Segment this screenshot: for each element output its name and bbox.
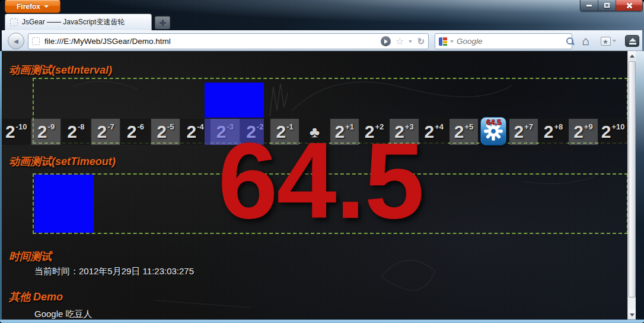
section-title-settimeout: 动画测试(setTimeout) — [9, 154, 116, 169]
animated-blue-box-settimeout — [34, 175, 94, 233]
minimize-button[interactable] — [581, 0, 598, 11]
speed-cell-2^+10[interactable]: 2+10 — [599, 119, 627, 145]
eject-icon — [625, 35, 639, 47]
google-logo-icon — [439, 37, 447, 46]
speed-display: 64.5 — [218, 139, 423, 223]
tab-title: JsGear —— JavaScript变速齿轮 — [22, 17, 125, 27]
back-arrow-icon — [12, 37, 20, 46]
speed-cell-2^-10[interactable]: 2-10 — [2, 119, 30, 145]
browser-window: Firefox JsGear —— JavaScript变速齿轮 — [0, 0, 644, 323]
scrollbar-thumb[interactable] — [629, 61, 636, 297]
active-tab[interactable]: JsGear —— JavaScript变速齿轮 — [5, 14, 152, 30]
scroll-down-button[interactable] — [628, 310, 636, 319]
section-title-setinterval: 动画测试(setInterval) — [9, 63, 112, 77]
home-button[interactable] — [576, 32, 595, 50]
speed-cell-2^-5[interactable]: 2-5 — [151, 119, 180, 145]
chevron-down-icon — [44, 5, 49, 8]
reload-icon[interactable] — [417, 36, 425, 47]
bookmarks-menu-button[interactable] — [598, 32, 618, 50]
url-bar[interactable] — [28, 33, 429, 49]
speed-cell-2^+5[interactable]: 2+5 — [449, 119, 478, 145]
close-button[interactable] — [616, 0, 642, 11]
search-input[interactable] — [457, 37, 563, 46]
home-icon — [582, 34, 589, 48]
speed-cell-2^-6[interactable]: 2-6 — [121, 119, 149, 145]
speed-cell-2^-4[interactable]: 2-4 — [181, 119, 209, 145]
bookmarks-icon — [601, 37, 611, 46]
go-button[interactable] — [381, 36, 391, 46]
vertical-scrollbar[interactable] — [627, 51, 636, 319]
bookmark-star-icon[interactable] — [396, 36, 404, 47]
search-icon[interactable] — [566, 37, 575, 46]
url-dropdown-icon[interactable] — [409, 40, 412, 43]
speed-cell-2^+8[interactable]: 2+8 — [539, 119, 568, 145]
panel-toggle-button[interactable] — [622, 32, 642, 50]
go-arrow-icon — [384, 39, 388, 44]
google-pacman-link[interactable]: Google 吃豆人 — [34, 309, 93, 319]
speed-cell-2^-8[interactable]: 2-8 — [62, 119, 90, 145]
current-time-text: 当前时间：2012年5月29日 11:23:03:275 — [34, 266, 194, 277]
close-icon — [626, 2, 633, 9]
speed-cell-2^-7[interactable]: 2-7 — [91, 119, 120, 145]
arrow-up-icon — [630, 55, 635, 58]
plus-icon — [160, 20, 166, 26]
back-button[interactable] — [8, 33, 24, 49]
page-content: 动画测试(setInterval) 2-102-92-82-72-62-52-4… — [2, 51, 627, 319]
window-border-left — [0, 51, 2, 319]
minimize-icon — [586, 5, 592, 7]
restore-icon — [604, 3, 610, 8]
animated-blue-box-setinterval — [205, 83, 264, 118]
scroll-up-button[interactable] — [628, 51, 636, 61]
firefox-menu-label: Firefox — [17, 2, 40, 11]
speed-cell-2^+7[interactable]: 2+7 — [509, 119, 538, 145]
search-bar[interactable] — [435, 33, 572, 49]
search-engine-dropdown-icon[interactable] — [450, 40, 454, 43]
section-title-other-demo: 其他 Demo — [9, 290, 63, 304]
speed-cell-2^+4[interactable]: 2+4 — [420, 119, 448, 145]
window-border-bottom — [0, 319, 644, 323]
firefox-menu-button[interactable]: Firefox — [5, 0, 60, 13]
speed-cell-2^+9[interactable]: 2+9 — [569, 119, 597, 145]
favicon-placeholder-icon — [10, 18, 18, 26]
window-controls — [580, 0, 643, 11]
speed-cell-2^-9[interactable]: 2-9 — [31, 119, 60, 145]
window-border-right — [636, 51, 644, 319]
section-title-time: 时间测试 — [9, 249, 52, 264]
restore-button[interactable] — [598, 0, 616, 11]
arrow-down-icon — [630, 314, 635, 316]
url-input[interactable] — [44, 37, 376, 46]
speed-cell-gear[interactable]: 64.5 — [479, 119, 508, 145]
chevron-down-icon — [613, 40, 616, 42]
new-tab-button[interactable] — [155, 16, 170, 29]
navigation-toolbar — [2, 30, 642, 51]
gear-speed-value: 64.5 — [486, 118, 501, 126]
favicon-placeholder-icon — [32, 37, 40, 45]
